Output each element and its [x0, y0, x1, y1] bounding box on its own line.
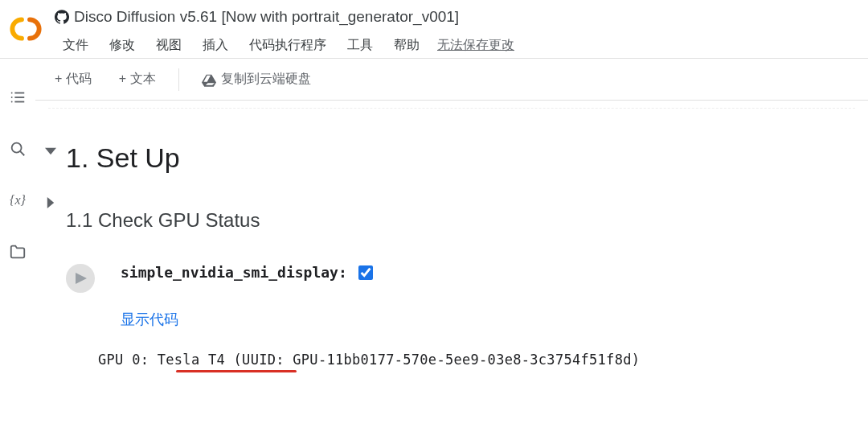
menu-view[interactable]: 视图	[148, 34, 190, 57]
form-cell: simple_nvidia_smi_display: 显示代码	[35, 264, 868, 329]
menu-tools[interactable]: 工具	[339, 34, 381, 57]
cell-output: GPU 0: Tesla T4 (UUID: GPU-11bb0177-570e…	[35, 352, 868, 368]
form-bool-checkbox[interactable]	[358, 265, 373, 280]
svg-line-7	[20, 151, 24, 155]
section-caret-down-icon[interactable]	[42, 142, 59, 160]
title-row: Disco Diffusion v5.61 [Now with portrait…	[55, 8, 868, 26]
svg-point-6	[12, 143, 22, 153]
left-sidebar: {x}	[0, 59, 35, 432]
files-icon[interactable]	[8, 242, 27, 261]
variables-icon[interactable]: {x}	[8, 191, 27, 210]
drive-icon	[202, 72, 216, 87]
app-header: Disco Diffusion v5.61 [Now with portrait…	[0, 0, 868, 59]
add-code-button[interactable]: + 代码	[45, 66, 101, 93]
section-1-1-heading: 1.1 Check GPU Status	[66, 209, 260, 232]
notebook-area: 1. Set Up 1.1 Check GPU Status simple_nv…	[35, 101, 868, 368]
search-icon[interactable]	[8, 139, 27, 158]
copy-to-drive-button[interactable]: 复制到云端硬盘	[192, 66, 321, 93]
menu-edit[interactable]: 修改	[101, 34, 143, 57]
notebook-toolbar: + 代码 + 文本 复制到云端硬盘	[35, 59, 868, 101]
menu-help[interactable]: 帮助	[386, 34, 428, 57]
show-code-link[interactable]: 显示代码	[121, 310, 178, 329]
save-status[interactable]: 无法保存更改	[437, 37, 514, 54]
menu-bar: 文件 修改 视图 插入 代码执行程序 工具 帮助 无法保存更改	[55, 34, 868, 57]
form-bool-row: simple_nvidia_smi_display:	[121, 264, 373, 281]
run-cell-button[interactable]	[66, 264, 95, 293]
divider	[178, 68, 179, 91]
cell-edge	[48, 104, 855, 109]
add-text-button[interactable]: + 文本	[109, 66, 166, 93]
svg-point-4	[11, 97, 13, 98]
gpu-output-line: GPU 0: Tesla T4 (UUID: GPU-11bb0177-570e…	[98, 352, 640, 368]
svg-point-3	[11, 93, 13, 94]
menu-runtime[interactable]: 代码执行程序	[241, 34, 334, 57]
svg-point-5	[11, 101, 13, 103]
github-icon	[55, 10, 69, 24]
section-caret-right-icon[interactable]	[42, 194, 59, 212]
colab-logo-icon	[10, 13, 42, 45]
toc-icon[interactable]	[8, 88, 27, 107]
menu-insert[interactable]: 插入	[194, 34, 236, 57]
section-1-heading: 1. Set Up	[66, 142, 180, 174]
menu-file[interactable]: 文件	[55, 34, 96, 57]
copy-to-drive-label: 复制到云端硬盘	[221, 71, 311, 88]
form-bool-label: simple_nvidia_smi_display:	[121, 264, 347, 281]
annotation-underline	[176, 370, 297, 372]
document-title[interactable]: Disco Diffusion v5.61 [Now with portrait…	[74, 8, 459, 26]
